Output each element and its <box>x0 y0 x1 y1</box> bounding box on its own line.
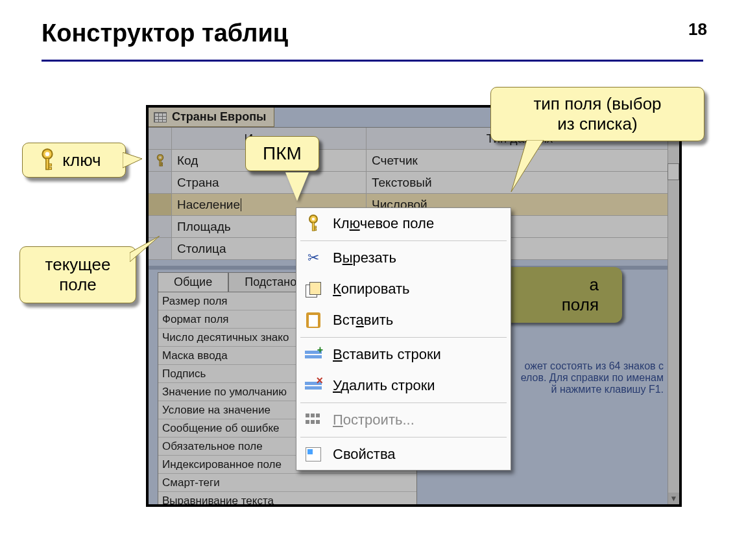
delete-row-icon <box>303 375 324 396</box>
menu-item-key-field[interactable]: Ключевое поле <box>296 208 511 239</box>
insert-row-icon <box>303 344 324 365</box>
builder-icon <box>303 410 324 430</box>
callout-tail <box>507 140 546 192</box>
row-selector[interactable] <box>149 194 172 215</box>
menu-separator <box>300 337 507 338</box>
table-tab-title: Страны Европы <box>172 110 266 124</box>
row-selector[interactable] <box>149 216 172 237</box>
table-tab[interactable]: Страны Европы <box>149 108 274 127</box>
callout-key-label: ключ <box>62 150 101 170</box>
svg-rect-3 <box>49 164 52 166</box>
svg-rect-16 <box>315 226 317 228</box>
context-menu: Ключевое поле ✂ Вырезать Копировать Вста… <box>296 207 511 471</box>
scroll-track[interactable] <box>668 139 679 493</box>
menu-item-build[interactable]: Построить... <box>296 404 511 436</box>
row-selector-header <box>149 128 172 149</box>
row-selector[interactable] <box>149 150 172 171</box>
title-underline <box>42 60 703 62</box>
menu-item-paste[interactable]: Вставить <box>296 305 511 336</box>
field-name-cell[interactable]: Страна <box>172 172 367 193</box>
menu-label: Удалить строки <box>333 377 435 394</box>
vertical-scrollbar[interactable]: ▲ ▼ <box>668 127 679 504</box>
key-icon <box>39 148 56 172</box>
callout-current-field: текущее поле <box>19 246 136 303</box>
callout-line1: а <box>590 275 599 294</box>
property-row[interactable]: Смарт-теги <box>158 474 416 492</box>
menu-label: Вырезать <box>333 250 396 266</box>
row-selector[interactable] <box>149 172 172 193</box>
primary-key-icon <box>155 154 165 167</box>
svg-point-1 <box>45 152 49 156</box>
scroll-down-button[interactable]: ▼ <box>668 493 679 504</box>
menu-label: Свойства <box>333 446 396 463</box>
menu-separator <box>300 437 507 438</box>
callout-key: ключ <box>22 143 126 178</box>
field-row[interactable]: Страна Текстовый <box>149 172 668 194</box>
svg-rect-12 <box>161 165 163 166</box>
menu-item-cut[interactable]: ✂ Вырезать <box>296 242 511 274</box>
page-number: 18 <box>688 19 707 40</box>
menu-label: Копировать <box>333 281 409 298</box>
field-row[interactable]: Код Счетчик <box>149 150 668 172</box>
svg-point-14 <box>312 218 315 220</box>
svg-rect-11 <box>161 163 163 164</box>
svg-marker-7 <box>511 140 544 192</box>
callout-tail <box>130 236 161 262</box>
svg-rect-4 <box>49 167 52 169</box>
copy-icon <box>303 279 324 299</box>
menu-item-insert-rows[interactable]: Вставить строки <box>296 339 511 370</box>
menu-separator <box>300 240 507 241</box>
menu-label: Вставить строки <box>333 346 441 363</box>
props-icon <box>303 444 324 465</box>
menu-item-copy[interactable]: Копировать <box>296 274 511 305</box>
slide-title: Конструктор таблиц <box>42 19 288 47</box>
menu-separator <box>300 402 507 403</box>
callout-tail <box>285 172 309 201</box>
menu-label: Вставить <box>333 312 393 329</box>
callout-line2: поля <box>562 295 599 314</box>
svg-rect-17 <box>315 229 317 231</box>
menu-label: Ключевое поле <box>333 215 434 232</box>
callout-field-type: тип поля (выбор из списка) <box>490 87 704 141</box>
menu-item-delete-rows[interactable]: Удалить строки <box>296 370 511 401</box>
svg-marker-6 <box>130 236 160 262</box>
svg-point-9 <box>159 156 161 158</box>
callout-pkm: ПКМ <box>245 136 319 171</box>
scissor-icon: ✂ <box>303 248 324 268</box>
menu-label: Построить... <box>333 412 415 428</box>
svg-rect-2 <box>46 158 49 169</box>
paste-icon <box>303 310 324 331</box>
svg-marker-5 <box>123 152 142 168</box>
table-icon <box>154 112 167 122</box>
tab-general[interactable]: Общие <box>158 272 228 292</box>
property-row[interactable]: Выравнивание текста <box>158 492 416 507</box>
callout-tail <box>123 152 142 169</box>
key-icon <box>303 213 324 234</box>
menu-item-properties[interactable]: Свойства <box>296 439 511 470</box>
